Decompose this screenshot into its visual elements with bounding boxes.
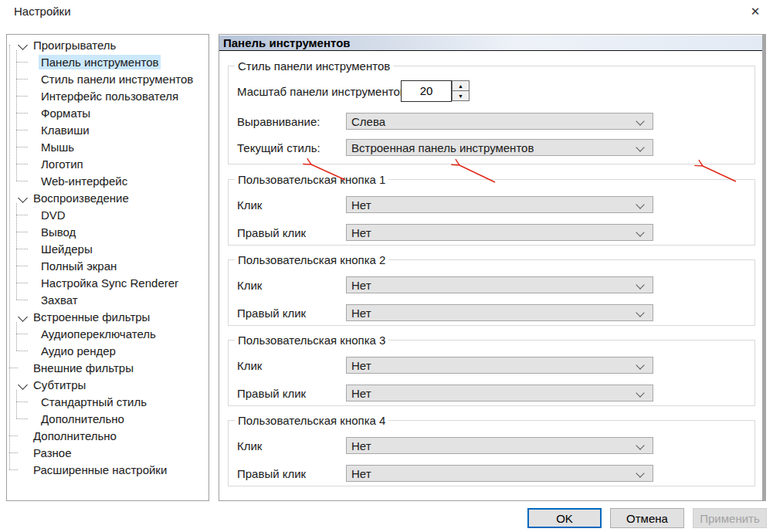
group-custom-button-2: Пользовательская кнопка 2 Клик Нет Правы… [228,259,755,326]
sidebar-item-default-style[interactable]: Стандартный стиль [7,393,209,410]
sidebar-item-dvd[interactable]: DVD [7,206,209,223]
tree-connector [16,283,28,283]
click-dropdown[interactable]: Нет [346,196,653,213]
sidebar-item-label: Вывод [39,225,78,239]
sidebar-item-toolbar-style[interactable]: Стиль панели инструментов [7,70,209,87]
click-dropdown-value: Нет [351,279,371,292]
current-style-dropdown[interactable]: Встроенная панель инструментов [346,139,653,156]
sidebar-item-label: Web-интерфейс [39,174,130,188]
sidebar-item-user-interface[interactable]: Интерфейс пользователя [7,87,209,104]
tree-connector [16,266,28,266]
sidebar-item-label: DVD [39,208,68,222]
sidebar-item-subtitles-misc[interactable]: Дополнительно [7,410,209,427]
sidebar-item-audio-renderer[interactable]: Аудио рендер [7,342,209,359]
group-toolbar-style: Стиль панели инструментов Масштаб панели… [228,66,755,164]
sidebar-item-player[interactable]: Проигрыватель [7,36,209,53]
right-click-dropdown[interactable]: Нет [346,465,653,482]
current-style-dropdown-value: Встроенная панель инструментов [351,141,534,154]
sidebar-item-output[interactable]: Вывод [7,223,209,240]
spinner-up-icon[interactable]: ▲ [452,80,470,91]
sidebar-item-label: Стиль панели инструментов [39,72,195,86]
click-dropdown-value: Нет [351,439,371,452]
sidebar-item-label: Дополнительно [31,429,119,443]
apply-button[interactable]: Применить [693,508,767,528]
sidebar-item-label: Логотип [39,157,86,171]
right-click-dropdown[interactable]: Нет [346,224,653,241]
group-title: Стиль панели инструментов [235,59,393,73]
sidebar-item-label: Стандартный стиль [39,395,149,409]
toolbar-scale-input[interactable]: 20 [401,80,452,102]
chevron-down-icon [636,469,644,477]
chevron-down-icon [636,228,644,236]
sidebar-item-label: Захват [39,293,80,307]
sidebar-item-misc[interactable]: Дополнительно [7,427,209,444]
settings-page-panel: Панель инструментов Стиль панели инструм… [219,34,766,501]
sidebar-item-label: Мышь [39,140,76,154]
sidebar-item-label: Аудиопереключатель [39,327,158,341]
click-dropdown[interactable]: Нет [346,276,653,293]
sidebar-item-sync-renderer[interactable]: Настройка Sync Renderer [7,274,209,291]
click-label: Клик [237,196,262,213]
sidebar-item-external-filters[interactable]: Внешние фильтры [7,359,209,376]
tree-connector [9,435,18,436]
tree-connector [16,215,28,215]
sidebar-item-subtitles[interactable]: Субтитры [7,376,209,393]
click-dropdown[interactable]: Нет [346,437,653,454]
sidebar-item-advanced[interactable]: Расширенные настройки [7,461,209,478]
alignment-dropdown[interactable]: Слева [346,113,653,130]
window-title: Настройки [14,5,71,18]
sidebar-item-keys[interactable]: Клавиши [7,121,209,138]
close-icon[interactable]: ✕ [744,2,766,22]
toolbar-scale-label: Масштаб панели инструментов: [237,83,409,100]
right-click-label: Правый клик [237,304,306,321]
sidebar-item-label: Настройка Sync Renderer [39,276,181,290]
cancel-button[interactable]: Отмена [610,508,684,528]
tree-connector [16,232,28,232]
sidebar-item-fullscreen[interactable]: Полный экран [7,257,209,274]
right-click-dropdown[interactable]: Нет [346,304,653,321]
chevron-down-icon[interactable] [18,380,28,390]
chevron-down-icon[interactable] [18,40,28,50]
group-title: Пользовательская кнопка 2 [235,253,388,266]
sidebar-item-toolbar[interactable]: Панель инструментов [7,53,209,70]
tree-connector [16,418,28,419]
sidebar-item-formats[interactable]: Форматы [7,104,209,121]
right-click-dropdown[interactable]: Нет [346,385,653,402]
page-title: Панель инструментов [219,36,762,51]
group-custom-button-1: Пользовательская кнопка 1 Клик Нет Правы… [228,179,755,246]
sidebar-item-internal-filters[interactable]: Встроенные фильтры [7,308,209,325]
ok-button[interactable]: OK [527,508,602,528]
current-style-label: Текущий стиль: [237,139,320,156]
right-click-label: Правый клик [237,465,306,482]
sidebar-item-mouse[interactable]: Мышь [7,138,209,155]
group-title: Пользовательская кнопка 4 [235,414,388,427]
tree-connector [16,181,28,181]
click-dropdown-value: Нет [351,198,371,212]
click-label: Клик [237,276,262,293]
tree-children: Аудиопереключатель Аудио рендер [7,325,209,359]
sidebar-item-label: Встроенные фильтры [31,310,152,324]
tree-connector [16,351,28,351]
right-click-dropdown-value: Нет [351,387,371,400]
sidebar-item-playback[interactable]: Воспроизведение [7,189,209,206]
sidebar-item-label: Разное [31,446,74,460]
sidebar-item-web-interface[interactable]: Web-интерфейс [7,172,209,189]
sidebar-item-label: Расширенные настройки [31,463,169,477]
chevron-down-icon [636,308,644,317]
chevron-down-icon[interactable] [18,193,28,203]
sidebar-item-label: Полный экран [39,259,119,273]
spinner-down-icon[interactable]: ▼ [452,90,470,101]
sidebar-item-capture[interactable]: Захват [7,291,209,308]
click-dropdown[interactable]: Нет [346,357,653,374]
click-dropdown-value: Нет [351,359,371,372]
sidebar-item-logo[interactable]: Логотип [7,155,209,172]
chevron-down-icon[interactable] [18,312,28,322]
tree-connector [16,62,28,63]
sidebar-item-other[interactable]: Разное [7,444,209,461]
chevron-down-icon [636,200,644,208]
settings-tree-panel: Проигрыватель Панель инструментов Стиль … [6,34,209,501]
sidebar-item-shaders[interactable]: Шейдеры [7,240,209,257]
sidebar-item-audio-switcher[interactable]: Аудиопереключатель [7,325,209,342]
group-title: Пользовательская кнопка 1 [235,173,388,186]
sidebar-item-label: Форматы [39,106,93,120]
